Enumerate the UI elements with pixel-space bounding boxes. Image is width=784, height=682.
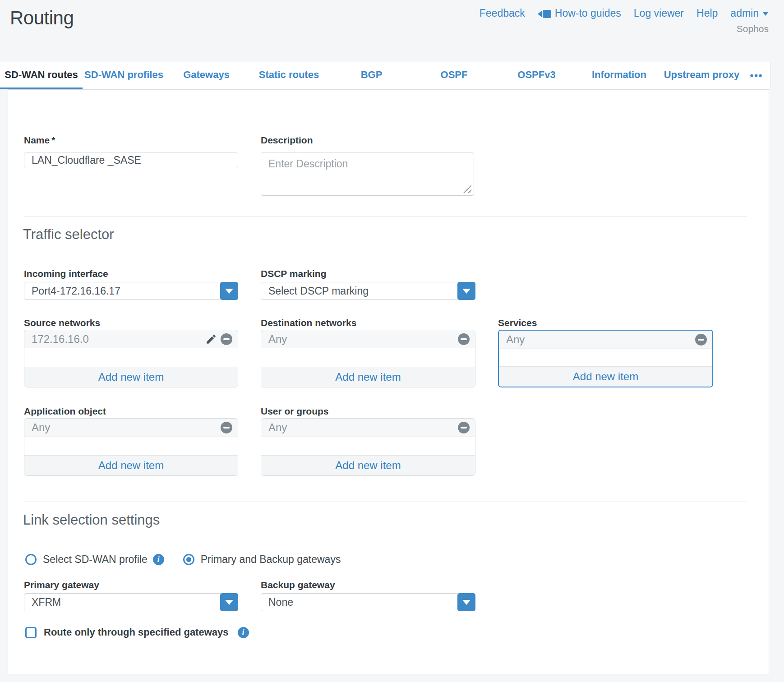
edit-pencil-icon[interactable] (205, 333, 217, 345)
route-only-row: Route only through specified gateways i (25, 627, 249, 638)
page-title: Routing (10, 7, 74, 29)
box-spacer (499, 349, 712, 366)
list-item-text: Any (268, 421, 458, 434)
dropdown-arrow-icon[interactable] (457, 282, 475, 300)
destination-networks-box: Any Add new item (261, 330, 475, 387)
remove-item-icon[interactable] (458, 333, 470, 345)
application-object-label: Application object (24, 406, 106, 417)
add-new-item-button[interactable]: Add new item (24, 367, 238, 387)
tab-overflow-ellipsis-icon[interactable]: ••• (743, 62, 770, 89)
remove-item-icon[interactable] (221, 422, 232, 433)
traffic-selector-heading: Traffic selector (23, 226, 114, 243)
dropdown-arrow-icon[interactable] (220, 593, 238, 611)
help-link[interactable]: Help (696, 7, 718, 19)
add-new-item-button[interactable]: Add new item (261, 455, 475, 475)
tab-sd-wan-routes[interactable]: SD-WAN routes (0, 62, 83, 89)
sd-wan-route-form: Name* Description Traffic selector Incom… (8, 89, 769, 674)
user-or-groups-label: User or groups (261, 406, 329, 417)
incoming-interface-select[interactable]: Port4-172.16.16.17 (24, 282, 238, 300)
services-box: Any Add new item (498, 330, 713, 387)
tab-information[interactable]: Information (578, 62, 660, 89)
remove-item-icon[interactable] (221, 333, 232, 345)
incoming-interface-value: Port4-172.16.16.17 (24, 282, 221, 300)
description-label: Description (261, 135, 313, 146)
route-only-checkbox[interactable] (25, 627, 37, 638)
description-textarea[interactable] (261, 152, 474, 196)
box-spacer (24, 437, 238, 455)
incoming-interface-label: Incoming interface (24, 268, 108, 279)
box-spacer (261, 348, 475, 367)
box-spacer (24, 348, 238, 367)
caret-down-icon (762, 12, 769, 19)
list-item: Any (261, 330, 475, 348)
top-nav: Feedback How-to guides Log viewer Help a… (480, 7, 769, 19)
add-new-item-button[interactable]: Add new item (24, 455, 238, 475)
tab-ospfv3[interactable]: OSPFv3 (495, 62, 578, 89)
add-new-item-button[interactable]: Add new item (499, 366, 712, 387)
list-item: Any (261, 419, 475, 437)
source-networks-label: Source networks (24, 318, 100, 328)
destination-networks-label: Destination networks (261, 318, 356, 328)
dropdown-arrow-icon[interactable] (457, 593, 475, 611)
dscp-marking-value: Select DSCP marking (261, 282, 458, 300)
tab-static-routes[interactable]: Static routes (248, 62, 330, 89)
how-to-guides-link[interactable]: How-to guides (538, 7, 621, 19)
required-asterisk: * (51, 135, 55, 145)
section-divider (24, 217, 747, 217)
info-icon[interactable]: i (153, 554, 164, 565)
source-networks-box: 172.16.16.0 Add new item (24, 330, 238, 387)
video-camera-icon (538, 9, 551, 18)
dscp-marking-label: DSCP marking (261, 268, 327, 279)
backup-gateway-value: None (261, 593, 458, 611)
log-viewer-link[interactable]: Log viewer (634, 7, 684, 19)
list-item-text: 172.16.16.0 (32, 333, 205, 346)
primary-gateway-select[interactable]: XFRM (24, 593, 238, 611)
checkbox-label: Route only through specified gateways (44, 627, 229, 638)
list-item: 172.16.16.0 (24, 330, 238, 348)
radio-label: Primary and Backup gateways (201, 553, 341, 566)
application-object-box: Any Add new item (24, 418, 238, 476)
feedback-link[interactable]: Feedback (480, 7, 525, 19)
primary-gateway-label: Primary gateway (24, 580, 99, 590)
backup-gateway-select[interactable]: None (261, 593, 475, 611)
brand-label: Sophos (737, 23, 769, 34)
radio-primary-backup-gateways[interactable] (183, 554, 194, 565)
admin-menu[interactable]: admin (730, 7, 769, 19)
radio-select-sd-wan-profile[interactable] (25, 554, 37, 565)
dscp-marking-select[interactable]: Select DSCP marking (261, 282, 475, 300)
tab-upstream-proxy[interactable]: Upstream proxy (660, 62, 743, 89)
services-label: Services (498, 318, 537, 328)
remove-item-icon[interactable] (695, 334, 707, 346)
tab-ospf[interactable]: OSPF (413, 62, 495, 89)
list-item-text: Any (268, 333, 458, 346)
section-divider (24, 502, 747, 502)
box-spacer (261, 437, 475, 455)
list-item-text: Any (506, 333, 695, 346)
link-selection-heading: Link selection settings (23, 512, 160, 528)
tab-bar: SD-WAN routes SD-WAN profiles Gateways S… (0, 62, 770, 89)
list-item-text: Any (32, 421, 221, 434)
primary-gateway-value: XFRM (24, 593, 221, 611)
tab-bgp[interactable]: BGP (330, 62, 413, 89)
backup-gateway-label: Backup gateway (261, 580, 335, 590)
add-new-item-button[interactable]: Add new item (261, 367, 475, 387)
remove-item-icon[interactable] (458, 422, 470, 433)
user-or-groups-box: Any Add new item (261, 418, 475, 476)
dropdown-arrow-icon[interactable] (220, 282, 238, 300)
name-label: Name* (24, 135, 55, 146)
radio-label: Select SD-WAN profile (43, 553, 148, 566)
list-item: Any (24, 419, 238, 437)
tab-sd-wan-profiles[interactable]: SD-WAN profiles (83, 62, 165, 89)
link-selection-radios: Select SD-WAN profile i Primary and Back… (25, 553, 341, 566)
list-item: Any (499, 331, 712, 349)
tab-gateways[interactable]: Gateways (165, 62, 248, 89)
page-header: Routing Feedback How-to guides Log viewe… (0, 0, 784, 62)
name-input[interactable] (24, 152, 238, 168)
info-icon[interactable]: i (238, 627, 249, 638)
